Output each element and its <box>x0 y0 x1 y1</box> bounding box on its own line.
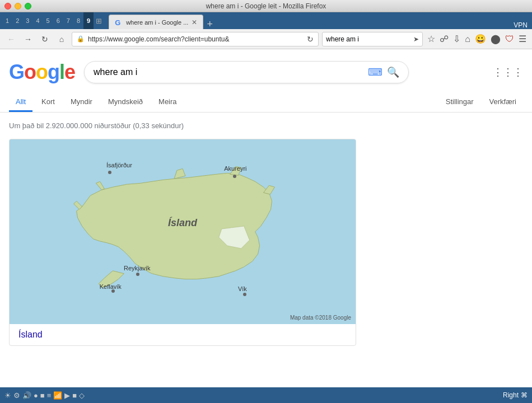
browser-search-bar[interactable]: ➤ <box>322 32 423 46</box>
status-icon-9[interactable]: ■ <box>72 391 77 400</box>
logo-e: e <box>64 60 75 83</box>
status-icon-4[interactable]: ● <box>34 391 38 400</box>
search-input[interactable]: where am i <box>94 67 363 77</box>
pocket-icon[interactable]: ⬤ <box>489 32 502 45</box>
city-vik: Vík <box>238 285 247 292</box>
apps-grid-icon[interactable]: ⋮⋮⋮ <box>493 66 523 78</box>
isafjordur-dot <box>108 171 111 174</box>
home-icon[interactable]: ⌂ <box>464 33 472 45</box>
status-icon-2[interactable]: ⚙ <box>13 391 20 400</box>
nav-icons: ☆ ☍ ⇩ ⌂ 😀 ⬤ 🛡 ☰ <box>426 32 528 45</box>
download-icon[interactable]: ⇩ <box>452 32 461 45</box>
workspace-7[interactable]: 7 <box>63 12 73 29</box>
tab-kort[interactable]: Kort <box>35 93 62 112</box>
workspace-numbers: 1 2 3 4 5 6 7 8 9 ⊞ <box>2 12 104 29</box>
tab-title: where am i - Google ... <box>126 19 188 26</box>
country-label: Ísland <box>168 217 197 228</box>
tab-myndir[interactable]: Myndir <box>64 93 99 112</box>
vik-dot <box>243 293 246 296</box>
home-button[interactable]: ⌂ <box>55 32 68 46</box>
status-icons: ☀ ⚙ 🔊 ● ■ ≡ 📶 ▶ ■ ◇ <box>4 391 85 400</box>
city-akureyri: Akureyri <box>224 165 246 172</box>
status-icon-3[interactable]: 🔊 <box>22 391 31 400</box>
city-isafjordur: Ísafjörður <box>106 162 132 168</box>
workspace-5[interactable]: 5 <box>43 12 53 29</box>
maximize-button[interactable] <box>25 3 31 10</box>
logo-o2: o <box>36 60 48 83</box>
results-area: Um það bil 2.920.000.000 niðurstöður (0,… <box>0 113 532 350</box>
tab-favicon: G <box>115 18 123 26</box>
google-header: Google where am i ⌨ 🔍 ⋮⋮⋮ <box>0 60 532 93</box>
window-controls[interactable] <box>4 3 31 10</box>
status-bar: ☀ ⚙ 🔊 ● ■ ≡ 📶 ▶ ■ ◇ Right ⌘ <box>0 387 532 403</box>
search-button-icon[interactable]: 🔍 <box>387 66 399 78</box>
map-container[interactable]: Ísafjörður Akureyri Ísland Reykjavík Kef… <box>10 139 356 324</box>
window-title: where am i - Google leit - Mozilla Firef… <box>206 2 326 10</box>
back-button[interactable]: ← <box>4 32 18 46</box>
status-icon-5[interactable]: ■ <box>40 391 45 400</box>
forward-button[interactable]: → <box>21 32 35 46</box>
logo-l: l <box>59 60 64 83</box>
new-tab-button[interactable]: + <box>207 19 213 29</box>
workspace-6[interactable]: 6 <box>53 12 63 29</box>
city-keflavik: Keflavík <box>100 283 122 290</box>
status-icon-6[interactable]: ≡ <box>47 391 52 400</box>
search-arrow-icon[interactable]: ➤ <box>413 35 419 43</box>
workspace-9[interactable]: 9 <box>83 12 94 29</box>
google-page: Google where am i ⌨ 🔍 ⋮⋮⋮ Allt Kort Mynd… <box>0 49 532 387</box>
tab-myndskeio[interactable]: Myndskeið <box>101 93 150 112</box>
map-card-title[interactable]: Ísland <box>10 324 356 345</box>
keyboard-icon[interactable]: ⌨ <box>368 66 382 78</box>
reader-icon[interactable]: ☍ <box>438 32 450 45</box>
lock-icon: 🔒 <box>77 35 85 43</box>
status-right: Right ⌘ <box>503 391 528 399</box>
shield-icon[interactable]: 🛡 <box>504 33 515 45</box>
logo-o1: o <box>24 60 36 83</box>
tab-close-button[interactable]: ✕ <box>192 18 197 26</box>
workspace-divider-icon: ⊞ <box>94 17 104 25</box>
search-tabs: Allt Kort Myndir Myndskeið Meira Stillin… <box>0 93 532 113</box>
bookmark-icon[interactable]: ☆ <box>426 32 436 45</box>
status-icon-1[interactable]: ☀ <box>4 391 11 400</box>
emoji-icon[interactable]: 😀 <box>474 32 487 45</box>
result-count: Um það bil 2.920.000.000 niðurstöður (0,… <box>9 117 523 134</box>
status-right-label: Right <box>503 391 519 399</box>
browser-search-input[interactable] <box>326 35 411 43</box>
iceland-map-svg <box>10 139 356 324</box>
status-icon-7[interactable]: 📶 <box>53 391 62 400</box>
tab-bar: 1 2 3 4 5 6 7 8 9 ⊞ G where am i - Googl… <box>0 12 532 29</box>
status-icon-10[interactable]: ◇ <box>79 391 85 400</box>
nav-bar: ← → ↻ ⌂ 🔒 https://www.google.com/search?… <box>0 29 532 49</box>
tab-verkfaeri[interactable]: Verkfæri <box>483 93 523 112</box>
browser-tab[interactable]: G where am i - Google ... ✕ <box>109 15 203 29</box>
akureyri-dot <box>233 175 236 178</box>
vpn-label: VPN <box>514 21 528 29</box>
logo-g2: g <box>48 60 59 83</box>
map-attribution: Map data ©2018 Google <box>290 315 351 321</box>
title-bar: where am i - Google leit - Mozilla Firef… <box>0 0 532 12</box>
google-logo: Google <box>9 60 75 84</box>
tab-stillingar[interactable]: Stillingar <box>439 93 480 112</box>
search-box[interactable]: where am i ⌨ 🔍 <box>84 61 409 83</box>
logo-g: G <box>9 60 24 83</box>
tab-container: G where am i - Google ... ✕ + <box>104 15 514 29</box>
keflavik-dot <box>111 289 115 293</box>
workspace-3[interactable]: 3 <box>22 12 32 29</box>
close-button[interactable] <box>4 3 11 10</box>
tab-meira[interactable]: Meira <box>152 93 184 112</box>
browser-content: Google where am i ⌨ 🔍 ⋮⋮⋮ Allt Kort Mynd… <box>0 49 532 387</box>
address-bar[interactable]: 🔒 https://www.google.com/search?client=u… <box>72 32 319 46</box>
minimize-button[interactable] <box>15 3 21 10</box>
map-card[interactable]: Ísafjörður Akureyri Ísland Reykjavík Kef… <box>9 139 356 346</box>
workspace-4[interactable]: 4 <box>32 12 43 29</box>
workspace-2[interactable]: 2 <box>12 12 22 29</box>
reykjavik-dot <box>136 273 139 276</box>
status-icon-8[interactable]: ▶ <box>64 391 70 400</box>
workspace-8[interactable]: 8 <box>73 12 83 29</box>
reload-button[interactable]: ↻ <box>38 32 52 46</box>
menu-icon[interactable]: ☰ <box>517 32 528 45</box>
city-reykjavik: Reykjavík <box>124 265 151 271</box>
workspace-1[interactable]: 1 <box>2 12 12 29</box>
reload-icon[interactable]: ↻ <box>307 35 314 44</box>
tab-allt[interactable]: Allt <box>9 93 32 112</box>
